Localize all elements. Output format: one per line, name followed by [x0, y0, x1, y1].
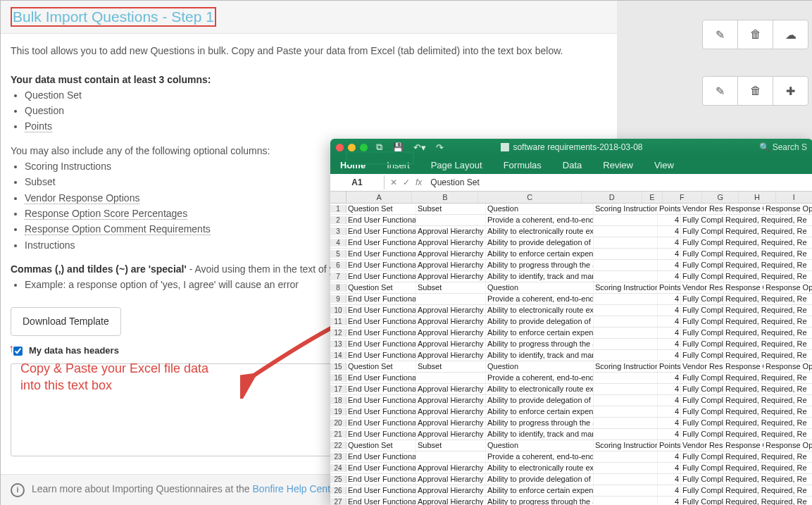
col-header[interactable]: F [663, 192, 702, 203]
cell[interactable]: Scoring Instructions [594, 204, 658, 214]
cell[interactable]: Points [658, 440, 681, 451]
cell[interactable]: 4 [658, 485, 681, 496]
row-number[interactable]: 6 [330, 261, 346, 269]
cell[interactable]: Approval Hierarchy [416, 350, 486, 361]
cell[interactable]: End User Functional [346, 226, 416, 237]
tab-insert[interactable]: Insert [387, 160, 410, 170]
cell[interactable] [594, 350, 658, 361]
col-header[interactable]: I [776, 192, 812, 203]
cell[interactable]: 4 [658, 260, 681, 270]
table-row[interactable]: 19 End User FunctionalApproval Hierarchy… [330, 406, 812, 418]
cell[interactable] [594, 429, 658, 439]
row-number[interactable]: 22 [330, 442, 346, 449]
cell[interactable]: Fully Compliant, Partial [681, 463, 724, 473]
cell[interactable]: Fully Compliant, Partial [681, 350, 724, 361]
cell[interactable]: End User Functional [346, 384, 416, 394]
cell[interactable]: Required, Required, Re [724, 328, 812, 338]
col-header[interactable]: B [412, 192, 478, 203]
cell[interactable]: End User Functionality [346, 451, 416, 462]
cell[interactable]: Fully Compliant, Partial [681, 339, 724, 349]
cell[interactable]: Ability to electronically route expense … [486, 226, 594, 237]
table-row[interactable]: 23 End User FunctionalityProvide a coher… [330, 451, 812, 463]
cell[interactable]: Required, Required, Re [724, 474, 812, 485]
cell[interactable]: Approval Hierarchy [416, 226, 486, 237]
cell[interactable]: End User Functional [346, 260, 416, 270]
table-row[interactable]: 20 End User FunctionalApproval Hierarchy… [330, 418, 812, 429]
cell[interactable]: Ability to electronically route expense … [486, 305, 594, 316]
cell[interactable]: Response Option Comm [764, 361, 812, 372]
cell[interactable]: Required, Required, Re [724, 350, 812, 361]
table-row[interactable]: 2 End User FunctionalityProvide a cohere… [330, 215, 812, 226]
tab-formulas[interactable]: Formulas [504, 160, 542, 170]
cell[interactable]: Vendor Res [681, 361, 724, 372]
cell[interactable] [594, 294, 658, 304]
help-center-link[interactable]: Bonfire Help Center [253, 483, 339, 494]
cell[interactable]: 4 [658, 451, 681, 462]
cell[interactable]: Ability to provide delegation of review … [486, 474, 594, 485]
cell[interactable]: Response Option Comm [764, 440, 812, 451]
cell[interactable]: Required, Required, Re [724, 395, 812, 406]
table-row[interactable]: 10 End User FunctionalApproval Hierarchy… [330, 305, 812, 316]
cell[interactable]: 4 [658, 305, 681, 316]
cell[interactable]: Approval Hierarchy [416, 328, 486, 338]
tab-page-layout[interactable]: Page Layout [431, 160, 482, 170]
confirm-icon[interactable]: ✓ [403, 177, 410, 187]
cell[interactable]: Points [658, 204, 681, 214]
row-number[interactable]: 7 [330, 273, 346, 280]
cell[interactable] [594, 418, 658, 428]
row-number[interactable]: 19 [330, 408, 346, 416]
cell[interactable]: 4 [658, 497, 681, 505]
cell[interactable]: 4 [658, 474, 681, 485]
tab-review[interactable]: Review [603, 160, 633, 170]
cell[interactable]: Response O [724, 282, 764, 293]
cell[interactable]: Required, Required, Re [724, 271, 812, 282]
cell[interactable]: Required, Required, Re [724, 237, 812, 248]
cell[interactable]: Fully Compliant, Partial [681, 474, 724, 485]
cell[interactable]: End User Functional [346, 395, 416, 406]
row-number[interactable]: 1 [330, 205, 346, 213]
cell[interactable]: End User Functionality [346, 373, 416, 383]
save-icon[interactable]: 💾 [392, 142, 404, 153]
cell[interactable]: End User Functional [346, 350, 416, 361]
cell[interactable]: Approval Hierarchy [416, 485, 486, 496]
cell[interactable]: Required, Required, Re [724, 429, 812, 439]
table-row[interactable]: 17 End User FunctionalApproval Hierarchy… [330, 384, 812, 395]
cell[interactable]: 4 [658, 373, 681, 383]
edit-button[interactable]: ✎ [703, 77, 737, 105]
cell[interactable]: 4 [658, 384, 681, 394]
cell[interactable]: 4 [658, 237, 681, 248]
maximize-icon[interactable] [360, 144, 368, 151]
cell[interactable]: Required, Required, Re [724, 406, 812, 417]
cell[interactable]: 4 [658, 271, 681, 282]
row-number[interactable]: 9 [330, 295, 346, 303]
cell[interactable]: Question Set [346, 204, 416, 214]
cell[interactable]: Question [486, 440, 594, 451]
cell[interactable]: End User Functional [346, 305, 416, 316]
download-template-button[interactable]: Download Template [11, 307, 121, 335]
table-row[interactable]: 21 End User FunctionalApproval Hierarchy… [330, 429, 812, 440]
cell[interactable] [594, 328, 658, 338]
headers-checkbox[interactable] [13, 347, 23, 356]
row-number[interactable]: 13 [330, 340, 346, 348]
cell[interactable]: 4 [658, 215, 681, 225]
cell[interactable]: Required, Required, Re [724, 463, 812, 473]
select-all-corner[interactable] [330, 192, 346, 203]
cell[interactable]: Approval Hierarchy [416, 497, 486, 505]
cell[interactable]: Fully Compliant, Partial [681, 429, 724, 439]
table-row[interactable]: 12 End User FunctionalApproval Hierarchy… [330, 328, 812, 339]
table-row[interactable]: 9 End User FunctionalityProvide a cohere… [330, 294, 812, 305]
row-number[interactable]: 25 [330, 475, 346, 483]
cell[interactable] [416, 215, 486, 225]
cell[interactable]: Required, Required, Re [724, 485, 812, 496]
cell[interactable]: Response O [724, 440, 764, 451]
cell[interactable] [594, 339, 658, 349]
cell[interactable] [416, 373, 486, 383]
col-header[interactable]: H [739, 192, 775, 203]
cell[interactable] [594, 406, 658, 417]
table-row[interactable]: 5 End User FunctionalApproval HierarchyA… [330, 249, 812, 260]
cell[interactable]: Approval Hierarchy [416, 237, 486, 248]
cell[interactable]: Fully Compliant, Partial [681, 328, 724, 338]
cell[interactable]: Provide a coherent, end-to-end, automate… [486, 215, 594, 225]
cell[interactable]: Approval Hierarchy [416, 463, 486, 473]
cell[interactable]: 4 [658, 395, 681, 406]
